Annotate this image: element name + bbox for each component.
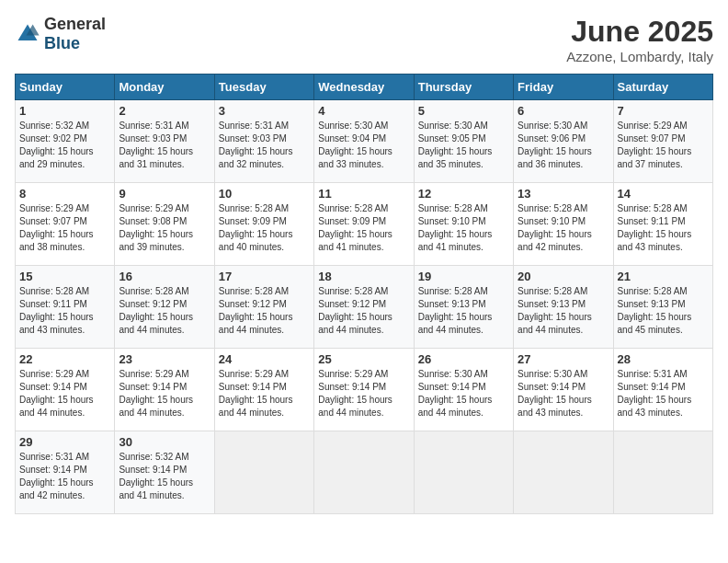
day-number: 20 <box>518 270 609 283</box>
day-number: 10 <box>219 187 310 201</box>
calendar-day-cell: 8 Sunrise: 5:29 AMSunset: 9:07 PMDayligh… <box>16 183 115 266</box>
calendar-day-cell: 4 Sunrise: 5:30 AMSunset: 9:04 PMDayligh… <box>314 100 414 183</box>
day-number: 5 <box>418 104 509 118</box>
calendar-table: SundayMondayTuesdayWednesdayThursdayFrid… <box>15 74 713 514</box>
day-info: Sunrise: 5:30 AMSunset: 9:04 PMDaylight:… <box>318 121 392 169</box>
calendar-day-cell: 5 Sunrise: 5:30 AMSunset: 9:05 PMDayligh… <box>414 100 513 183</box>
calendar-week-row: 8 Sunrise: 5:29 AMSunset: 9:07 PMDayligh… <box>16 183 713 266</box>
day-info: Sunrise: 5:28 AMSunset: 9:09 PMDaylight:… <box>219 203 293 252</box>
day-number: 17 <box>219 270 310 283</box>
day-number: 12 <box>418 187 509 201</box>
day-info: Sunrise: 5:30 AMSunset: 9:14 PMDaylight:… <box>418 369 493 418</box>
calendar-day-cell: 13 Sunrise: 5:28 AMSunset: 9:10 PMDaylig… <box>514 183 613 266</box>
day-info: Sunrise: 5:29 AMSunset: 9:14 PMDaylight:… <box>219 369 293 418</box>
calendar-day-cell: 25 Sunrise: 5:29 AMSunset: 9:14 PMDaylig… <box>314 349 414 431</box>
calendar-day-cell <box>414 431 513 514</box>
day-number: 21 <box>618 270 709 283</box>
logo: General Blue <box>15 15 106 53</box>
weekday-header: Saturday <box>613 75 712 100</box>
day-info: Sunrise: 5:31 AMSunset: 9:03 PMDaylight:… <box>119 121 193 169</box>
calendar-day-cell: 12 Sunrise: 5:28 AMSunset: 9:10 PMDaylig… <box>414 183 513 266</box>
day-info: Sunrise: 5:30 AMSunset: 9:06 PMDaylight:… <box>518 121 592 169</box>
calendar-day-cell: 28 Sunrise: 5:31 AMSunset: 9:14 PMDaylig… <box>613 349 712 431</box>
day-info: Sunrise: 5:29 AMSunset: 9:07 PMDaylight:… <box>19 203 94 252</box>
day-info: Sunrise: 5:28 AMSunset: 9:12 PMDaylight:… <box>119 286 193 335</box>
calendar-day-cell: 18 Sunrise: 5:28 AMSunset: 9:12 PMDaylig… <box>314 266 414 349</box>
day-info: Sunrise: 5:31 AMSunset: 9:03 PMDaylight:… <box>219 121 293 169</box>
day-number: 25 <box>318 352 409 366</box>
day-number: 23 <box>119 352 210 366</box>
calendar-day-cell: 17 Sunrise: 5:28 AMSunset: 9:12 PMDaylig… <box>214 266 313 349</box>
day-number: 2 <box>119 104 210 118</box>
day-info: Sunrise: 5:28 AMSunset: 9:11 PMDaylight:… <box>19 286 94 335</box>
day-number: 4 <box>318 104 409 118</box>
day-number: 1 <box>19 104 110 118</box>
day-number: 24 <box>219 352 310 366</box>
title-area: June 2025 Azzone, Lombardy, Italy <box>566 15 713 64</box>
calendar-day-cell: 24 Sunrise: 5:29 AMSunset: 9:14 PMDaylig… <box>214 349 313 431</box>
logo-text: General Blue <box>44 15 106 53</box>
logo-blue: Blue <box>44 34 80 52</box>
calendar-week-row: 15 Sunrise: 5:28 AMSunset: 9:11 PMDaylig… <box>16 266 713 349</box>
calendar-day-cell: 16 Sunrise: 5:28 AMSunset: 9:12 PMDaylig… <box>115 266 214 349</box>
day-number: 15 <box>19 270 110 283</box>
calendar-day-cell <box>514 431 613 514</box>
calendar-week-row: 1 Sunrise: 5:32 AMSunset: 9:02 PMDayligh… <box>16 100 713 183</box>
calendar-day-cell: 20 Sunrise: 5:28 AMSunset: 9:13 PMDaylig… <box>514 266 613 349</box>
day-number: 14 <box>618 187 709 201</box>
calendar-day-cell: 9 Sunrise: 5:29 AMSunset: 9:08 PMDayligh… <box>115 183 214 266</box>
calendar-day-cell: 7 Sunrise: 5:29 AMSunset: 9:07 PMDayligh… <box>613 100 712 183</box>
day-info: Sunrise: 5:30 AMSunset: 9:05 PMDaylight:… <box>418 121 493 169</box>
day-number: 8 <box>19 187 110 201</box>
day-number: 30 <box>119 435 210 449</box>
day-info: Sunrise: 5:29 AMSunset: 9:14 PMDaylight:… <box>19 369 94 418</box>
day-number: 7 <box>618 104 709 118</box>
day-number: 11 <box>318 187 409 201</box>
day-info: Sunrise: 5:28 AMSunset: 9:13 PMDaylight:… <box>518 286 592 335</box>
weekday-header: Friday <box>514 75 613 100</box>
day-number: 6 <box>518 104 609 118</box>
calendar-day-cell <box>314 431 414 514</box>
calendar-day-cell: 11 Sunrise: 5:28 AMSunset: 9:09 PMDaylig… <box>314 183 414 266</box>
day-number: 13 <box>518 187 609 201</box>
day-number: 29 <box>19 435 110 449</box>
calendar-day-cell: 30 Sunrise: 5:32 AMSunset: 9:14 PMDaylig… <box>115 431 214 514</box>
day-info: Sunrise: 5:31 AMSunset: 9:14 PMDaylight:… <box>618 369 692 418</box>
calendar-day-cell: 19 Sunrise: 5:28 AMSunset: 9:13 PMDaylig… <box>414 266 513 349</box>
calendar-day-cell: 26 Sunrise: 5:30 AMSunset: 9:14 PMDaylig… <box>414 349 513 431</box>
day-number: 9 <box>119 187 210 201</box>
day-number: 18 <box>318 270 409 283</box>
weekday-header: Tuesday <box>214 75 313 100</box>
day-info: Sunrise: 5:29 AMSunset: 9:14 PMDaylight:… <box>318 369 392 418</box>
month-title: June 2025 <box>566 15 713 49</box>
weekday-header: Monday <box>115 75 214 100</box>
day-info: Sunrise: 5:29 AMSunset: 9:08 PMDaylight:… <box>119 203 193 252</box>
calendar-day-cell: 29 Sunrise: 5:31 AMSunset: 9:14 PMDaylig… <box>16 431 115 514</box>
weekday-header: Wednesday <box>314 75 414 100</box>
logo-general: General <box>44 15 106 33</box>
day-info: Sunrise: 5:28 AMSunset: 9:10 PMDaylight:… <box>418 203 493 252</box>
day-number: 28 <box>618 352 709 366</box>
day-info: Sunrise: 5:31 AMSunset: 9:14 PMDaylight:… <box>19 452 94 500</box>
day-info: Sunrise: 5:30 AMSunset: 9:14 PMDaylight:… <box>518 369 592 418</box>
day-number: 3 <box>219 104 310 118</box>
calendar-day-cell: 14 Sunrise: 5:28 AMSunset: 9:11 PMDaylig… <box>613 183 712 266</box>
day-number: 27 <box>518 352 609 366</box>
day-info: Sunrise: 5:28 AMSunset: 9:10 PMDaylight:… <box>518 203 592 252</box>
day-info: Sunrise: 5:28 AMSunset: 9:13 PMDaylight:… <box>418 286 493 335</box>
calendar-week-row: 29 Sunrise: 5:31 AMSunset: 9:14 PMDaylig… <box>16 431 713 514</box>
day-info: Sunrise: 5:32 AMSunset: 9:02 PMDaylight:… <box>19 121 94 169</box>
calendar-day-cell: 22 Sunrise: 5:29 AMSunset: 9:14 PMDaylig… <box>16 349 115 431</box>
logo-icon <box>15 21 40 47</box>
calendar-week-row: 22 Sunrise: 5:29 AMSunset: 9:14 PMDaylig… <box>16 349 713 431</box>
day-number: 19 <box>418 270 509 283</box>
weekday-header-row: SundayMondayTuesdayWednesdayThursdayFrid… <box>16 75 713 100</box>
location-title: Azzone, Lombardy, Italy <box>566 49 713 64</box>
day-info: Sunrise: 5:29 AMSunset: 9:07 PMDaylight:… <box>618 121 692 169</box>
day-info: Sunrise: 5:28 AMSunset: 9:13 PMDaylight:… <box>618 286 692 335</box>
calendar-day-cell: 10 Sunrise: 5:28 AMSunset: 9:09 PMDaylig… <box>214 183 313 266</box>
calendar-day-cell: 15 Sunrise: 5:28 AMSunset: 9:11 PMDaylig… <box>16 266 115 349</box>
calendar-day-cell: 6 Sunrise: 5:30 AMSunset: 9:06 PMDayligh… <box>514 100 613 183</box>
weekday-header: Thursday <box>414 75 513 100</box>
day-number: 16 <box>119 270 210 283</box>
